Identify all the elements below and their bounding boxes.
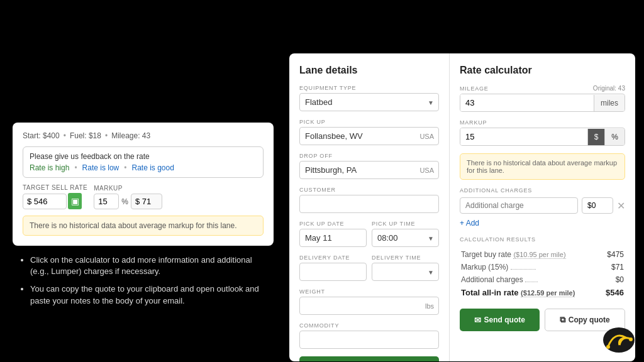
target-sell-rate-label: TARGET SELL RATE xyxy=(23,184,87,191)
commodity-input[interactable] xyxy=(299,331,439,349)
markup-dollar-btn[interactable]: $ xyxy=(587,129,605,145)
delivery-time-group: DELIVERY TIME ▼ xyxy=(372,255,439,281)
pickup-time-select[interactable]: 08:00 xyxy=(372,229,439,247)
result-value-total: $546 xyxy=(602,287,624,299)
add-charge-label: + Add xyxy=(460,219,479,228)
mileage-value: Mileage: 43 xyxy=(111,131,150,140)
result-label-2: Markup (15%) xyxy=(461,261,601,273)
customer-label: CUSTOMER xyxy=(299,187,439,193)
target-sell-rate-group: TARGET SELL RATE ▣ xyxy=(23,184,87,209)
delivery-time-select[interactable] xyxy=(372,263,439,281)
customer-input[interactable] xyxy=(299,195,439,213)
brand-logo xyxy=(602,326,636,354)
start-value: Start: $400 xyxy=(23,131,60,140)
weight-input[interactable] xyxy=(299,297,439,315)
copy-icon: ⧉ xyxy=(560,315,565,325)
commodity-label: COMMODITY xyxy=(299,322,439,329)
bullet-item-2: You can copy the quote to your clipboard… xyxy=(30,283,264,306)
date-time-row: PICK UP DATE PICK UP TIME 08:00 ▼ xyxy=(299,221,439,255)
markup-input[interactable] xyxy=(94,194,119,209)
feedback-box: Please give us feedback on the rate Rate… xyxy=(23,146,264,178)
result-label-1: Target buy rate ($10.95 per mile) xyxy=(461,249,601,260)
result-value-2: $71 xyxy=(602,261,624,273)
mileage-input[interactable] xyxy=(460,94,594,111)
markup-group: MARKUP % xyxy=(94,185,162,209)
dropoff-label: DROP OFF xyxy=(299,153,439,159)
feedback-links: Rate is high • Rate is low • Rate is goo… xyxy=(30,163,257,172)
sep2: • xyxy=(124,163,126,172)
calc-warning-box: There is no historical data about averag… xyxy=(460,153,625,180)
result-row-2: Markup (15%) $71 xyxy=(461,261,624,273)
pickup-group: PICK UP USA xyxy=(299,119,439,145)
add-charge-btn[interactable]: + Add xyxy=(460,219,479,228)
pickup-country-tag: USA xyxy=(419,133,434,140)
mileage-label: MILEAGE xyxy=(460,85,489,92)
result-value-1: $475 xyxy=(602,249,624,260)
weight-group: WEIGHT lbs xyxy=(299,288,439,315)
fuel-value: Fuel: $18 xyxy=(70,131,101,140)
rate-low-link[interactable]: Rate is low xyxy=(82,163,119,172)
send-quote-btn[interactable]: ✉ Send quote xyxy=(460,309,540,331)
delivery-time-select-wrap: ▼ xyxy=(372,263,439,281)
dropoff-input-wrap: USA xyxy=(299,161,439,179)
pickup-date-group: PICK UP DATE xyxy=(299,221,367,247)
left-panel: Start: $400 • Fuel: $18 • Mileage: 43 Pl… xyxy=(13,123,274,246)
rate-good-link[interactable]: Rate is good xyxy=(131,163,174,172)
delivery-time-label: DELIVERY TIME xyxy=(372,255,439,261)
equipment-type-select[interactable]: Flatbed Dry Van Reefer xyxy=(299,93,439,111)
copy-quote-label: Copy quote xyxy=(569,315,610,324)
dot2: • xyxy=(105,131,108,140)
delivery-date-label: DELIVERY DATE xyxy=(299,255,367,261)
rate-calculator-title: Rate calculator xyxy=(460,65,625,76)
no-history-box: There is no historical data about averag… xyxy=(23,216,264,236)
markup-pct-btn[interactable]: % xyxy=(604,129,625,145)
miles-tag: miles xyxy=(594,95,625,111)
customer-group: CUSTOMER xyxy=(299,187,439,213)
additional-charges-label: ADDITIONAL CHARGES xyxy=(460,187,625,194)
mileage-input-row: miles xyxy=(460,94,625,112)
sep1: • xyxy=(74,163,77,172)
target-sell-rate-input-row: ▣ xyxy=(23,193,87,209)
dropoff-input[interactable] xyxy=(299,161,439,179)
charge-delete-btn[interactable]: ✕ xyxy=(617,200,625,212)
markup-calc-input[interactable] xyxy=(460,128,587,145)
result-row-3: Additional charges $0 xyxy=(461,274,624,285)
bullet-list: Click on the calculator to add more info… xyxy=(19,255,264,307)
send-icon: ✉ xyxy=(474,315,481,325)
additional-charge-amount[interactable] xyxy=(582,197,613,214)
commodity-group: COMMODITY xyxy=(299,322,439,349)
calc-warning-text: There is no historical data about averag… xyxy=(467,159,617,174)
markup-label: MARKUP xyxy=(94,185,162,192)
equipment-type-label: EQUIPMENT TYPE xyxy=(299,85,439,91)
feedback-text: Please give us feedback on the rate xyxy=(30,152,257,161)
pickup-date-input[interactable] xyxy=(299,229,367,247)
result-label-3: Additional charges xyxy=(461,274,601,285)
mileage-header: MILEAGE Original: 43 xyxy=(460,85,625,92)
pickup-time-select-wrap: 08:00 ▼ xyxy=(372,229,439,247)
load-btn[interactable]: Load lane data in to the calculator › xyxy=(299,356,439,361)
delivery-date-input[interactable] xyxy=(299,263,367,281)
charge-row: ✕ xyxy=(460,197,625,214)
calculator-button[interactable]: ▣ xyxy=(68,193,82,209)
dropoff-group: DROP OFF USA xyxy=(299,153,439,179)
weight-label: WEIGHT xyxy=(299,288,439,295)
bullet-item-1: Click on the calculator to add more info… xyxy=(30,255,264,277)
pickup-input[interactable] xyxy=(299,127,439,145)
delivery-row: DELIVERY DATE DELIVERY TIME ▼ xyxy=(299,255,439,288)
result-row-1: Target buy rate ($10.95 per mile) $475 xyxy=(461,249,624,260)
result-value-3: $0 xyxy=(602,274,624,285)
additional-charge-input[interactable] xyxy=(460,197,578,214)
no-history-text: There is no historical data about averag… xyxy=(30,221,237,230)
send-quote-label: Send quote xyxy=(484,315,525,324)
markup-dollar-input[interactable] xyxy=(131,194,162,209)
equipment-type-select-wrap: Flatbed Dry Van Reefer ▼ xyxy=(299,93,439,111)
weight-input-wrap: lbs xyxy=(299,297,439,315)
rate-high-link[interactable]: Rate is high xyxy=(30,163,69,172)
target-sell-rate-input[interactable] xyxy=(23,194,67,209)
delivery-date-group: DELIVERY DATE xyxy=(299,255,367,281)
weight-unit-tag: lbs xyxy=(425,302,434,310)
top-info: Start: $400 • Fuel: $18 • Mileage: 43 xyxy=(23,131,264,140)
lane-details-panel: Lane details EQUIPMENT TYPE Flatbed Dry … xyxy=(289,53,450,361)
modal-container: Lane details EQUIPMENT TYPE Flatbed Dry … xyxy=(289,53,635,361)
svg-point-1 xyxy=(606,345,610,349)
